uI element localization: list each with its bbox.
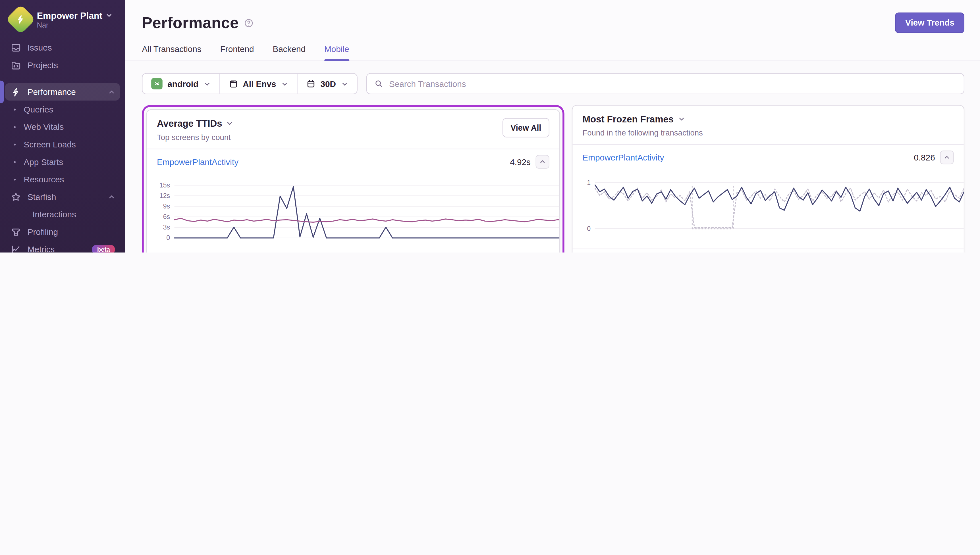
page-filter-bar: android All Envs 30D bbox=[142, 73, 964, 94]
sidebar-item-screen-loads[interactable]: Screen Loads bbox=[5, 135, 120, 153]
svg-text:0: 0 bbox=[587, 225, 591, 233]
ttid-card-title-dropdown[interactable]: Average TTIDs bbox=[157, 118, 233, 129]
svg-text:1: 1 bbox=[587, 179, 591, 186]
bullet-dot bbox=[14, 126, 16, 128]
ttid-transaction-value: 4.92s bbox=[510, 157, 531, 167]
search-icon bbox=[374, 79, 383, 88]
collapse-row-button[interactable] bbox=[940, 151, 954, 164]
page-title: Performance bbox=[142, 14, 239, 32]
svg-text:0: 0 bbox=[166, 234, 170, 242]
chevron-up-icon bbox=[108, 88, 115, 95]
org-subtitle: Nar bbox=[37, 21, 112, 29]
org-logo-icon bbox=[6, 4, 36, 34]
window-icon bbox=[228, 79, 238, 88]
transaction-search[interactable] bbox=[366, 73, 964, 94]
frozen-card-title-dropdown[interactable]: Most Frozen Frames bbox=[582, 114, 703, 124]
tab-mobile[interactable]: Mobile bbox=[324, 44, 349, 61]
most-frozen-frames-card: Most Frozen Frames Found in the followin… bbox=[572, 105, 964, 252]
active-indicator bbox=[0, 81, 4, 103]
frozen-transaction-value: 0.826 bbox=[914, 153, 935, 162]
bullet-dot bbox=[14, 109, 16, 111]
sidebar-item-starfish[interactable]: Starfish bbox=[5, 188, 120, 205]
project-filter[interactable]: android bbox=[142, 74, 219, 93]
app-root: Empower Plant Nar IssuesProjectsPerforma… bbox=[0, 0, 980, 252]
sidebar-item-web-vitals[interactable]: Web Vitals bbox=[5, 118, 120, 136]
ttid-transaction-link[interactable]: EmpowerPlantActivity bbox=[157, 157, 238, 167]
ttid-card-subtitle: Top screens by count bbox=[157, 133, 233, 142]
frozen-frames-chart: 10 bbox=[572, 170, 964, 249]
sidebar-nav: IssuesProjectsPerformanceQueriesWeb Vita… bbox=[0, 36, 125, 252]
android-icon bbox=[151, 78, 162, 90]
project-filter-value: android bbox=[167, 79, 198, 88]
svg-text:3s: 3s bbox=[163, 223, 170, 231]
bullet-dot bbox=[14, 143, 16, 146]
tab-bar: All TransactionsFrontendBackendMobile bbox=[142, 44, 964, 61]
average-ttids-card: Average TTIDs Top screens by count View … bbox=[146, 109, 560, 252]
date-range-filter[interactable]: 30D bbox=[297, 74, 357, 93]
ttid-highlight-outline: Average TTIDs Top screens by count View … bbox=[142, 105, 564, 252]
ttid-card-title: Average TTIDs bbox=[157, 118, 222, 129]
tab-backend[interactable]: Backend bbox=[273, 44, 306, 61]
frozen-card-subtitle: Found in the following transactions bbox=[582, 129, 703, 138]
profiling-icon bbox=[10, 226, 21, 237]
chevron-down-icon bbox=[341, 80, 348, 87]
view-trends-button[interactable]: View Trends bbox=[895, 13, 964, 33]
collapse-row-button[interactable] bbox=[536, 155, 549, 168]
sidebar: Empower Plant Nar IssuesProjectsPerforma… bbox=[0, 0, 125, 252]
page-help-icon[interactable] bbox=[244, 18, 254, 28]
bullet-dot bbox=[14, 161, 16, 163]
sidebar-item-interactions[interactable]: Interactions bbox=[5, 205, 120, 223]
org-name: Empower Plant bbox=[37, 10, 102, 20]
sidebar-item-projects[interactable]: Projects bbox=[5, 56, 120, 74]
chevron-down-icon bbox=[106, 12, 112, 19]
frozen-transaction-link[interactable]: EmpowerPlantActivity bbox=[582, 153, 664, 162]
star-icon bbox=[10, 191, 21, 202]
sidebar-item-resources[interactable]: Resources bbox=[5, 170, 120, 188]
sidebar-item-queries[interactable]: Queries bbox=[5, 101, 120, 118]
search-input[interactable] bbox=[388, 79, 956, 89]
sidebar-item-app-starts[interactable]: App Starts bbox=[5, 153, 120, 171]
ttid-chart: 15s12s9s6s3s0 bbox=[147, 175, 559, 252]
lightning-icon bbox=[10, 86, 21, 98]
issues-icon bbox=[10, 42, 21, 53]
org-switcher[interactable]: Empower Plant Nar bbox=[0, 0, 125, 36]
chevron-up-icon bbox=[108, 193, 115, 200]
frozen-card-title: Most Frozen Frames bbox=[582, 114, 674, 124]
badge-beta: beta bbox=[92, 245, 115, 252]
svg-text:15s: 15s bbox=[159, 181, 170, 189]
sidebar-item-metrics[interactable]: Metricsbeta bbox=[5, 241, 120, 252]
calendar-icon bbox=[306, 79, 315, 88]
sidebar-item-issues[interactable]: Issues bbox=[5, 38, 120, 56]
page-header: Performance View Trends All Transactions… bbox=[125, 0, 980, 61]
bullet-dot bbox=[14, 178, 16, 180]
sidebar-item-profiling[interactable]: Profiling bbox=[5, 223, 120, 241]
chevron-down-icon bbox=[281, 80, 288, 87]
filter-group: android All Envs 30D bbox=[142, 73, 357, 94]
date-range-value: 30D bbox=[321, 79, 336, 88]
chevron-down-icon bbox=[204, 80, 210, 87]
tab-frontend[interactable]: Frontend bbox=[220, 44, 254, 61]
svg-text:12s: 12s bbox=[159, 192, 170, 199]
sidebar-item-performance[interactable]: Performance bbox=[5, 83, 120, 101]
svg-text:9s: 9s bbox=[163, 202, 170, 210]
chevron-down-icon bbox=[227, 120, 233, 127]
chevron-down-icon bbox=[678, 115, 685, 122]
environment-filter-value: All Envs bbox=[243, 79, 276, 88]
main-content: Performance View Trends All Transactions… bbox=[125, 0, 980, 252]
metrics-icon bbox=[10, 244, 21, 252]
projects-icon bbox=[10, 59, 21, 71]
svg-text:6s: 6s bbox=[163, 213, 170, 220]
environment-filter[interactable]: All Envs bbox=[219, 74, 297, 93]
tab-all-transactions[interactable]: All Transactions bbox=[142, 44, 201, 61]
view-all-button[interactable]: View All bbox=[503, 118, 549, 138]
